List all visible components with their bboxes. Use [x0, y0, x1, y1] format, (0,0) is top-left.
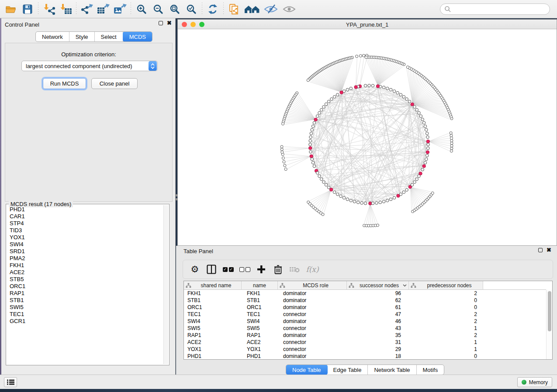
memory-button[interactable]: Memory	[517, 377, 552, 387]
deselect-all-button[interactable]	[236, 261, 253, 278]
table-row[interactable]: RAP1RAP1dominator352	[184, 332, 546, 339]
network-canvas[interactable]	[178, 29, 557, 245]
column-header-shared-name[interactable]: shared name	[184, 281, 242, 290]
mcds-result-item[interactable]: STB1	[7, 297, 163, 304]
mcds-result-item[interactable]: PHD1	[7, 206, 163, 213]
duplicate-network-button[interactable]	[226, 1, 242, 17]
mcds-result-item[interactable]: GCR1	[7, 318, 163, 325]
cell: FKH1	[184, 290, 242, 297]
table-row[interactable]: SWI5SWI5connector431	[184, 325, 546, 332]
ring-node	[353, 200, 356, 203]
panel-splitter-handle[interactable]	[175, 194, 177, 200]
cell: 46	[347, 318, 409, 325]
zoom-out-button[interactable]	[150, 1, 166, 17]
table-row[interactable]: STB1STB1dominator620	[184, 297, 546, 304]
ring-node	[320, 178, 323, 181]
mcds-result-item[interactable]: PMA2	[7, 255, 163, 262]
delete-table-button[interactable]	[286, 261, 303, 278]
column-header-predecessor-nodes[interactable]: predecessor nodes	[409, 281, 483, 290]
table-row[interactable]: YOX1YOX1connector291	[184, 346, 546, 353]
float-table-panel-icon[interactable]	[538, 248, 543, 252]
mcds-result-item[interactable]: ACE2	[7, 269, 163, 276]
tab-node-table[interactable]: Node Table	[286, 364, 328, 375]
mcds-result-list[interactable]: PHD1CAR1STP4TID3YOX1SWI4SRD1PMA2FKH1ACE2…	[7, 206, 163, 364]
mcds-result-item[interactable]: CAR1	[7, 213, 163, 220]
export-table-button[interactable]	[95, 1, 112, 17]
table-row[interactable]: TEC1TEC1connector472	[184, 311, 546, 318]
mcds-result-item[interactable]: SRD1	[7, 248, 163, 255]
ring-node	[325, 103, 328, 106]
column-header-successor-nodes[interactable]: successor nodes	[347, 281, 409, 290]
mcds-result-item[interactable]: ORC1	[7, 283, 163, 290]
save-session-button[interactable]	[19, 1, 36, 17]
ring-node	[320, 108, 323, 111]
zoom-fit-button[interactable]	[166, 1, 183, 17]
first-neighbors-button[interactable]	[242, 1, 262, 17]
hide-graphics-button[interactable]	[262, 1, 280, 17]
ring-node	[330, 98, 333, 101]
tab-edge-table[interactable]: Edge Table	[327, 365, 368, 375]
mcds-result-item[interactable]: STB5	[7, 276, 163, 283]
mcds-result-item[interactable]: TEC1	[7, 311, 163, 318]
search-field[interactable]	[440, 3, 550, 15]
mcds-result-item[interactable]: TID3	[7, 227, 163, 234]
zoom-selected-button[interactable]	[183, 1, 200, 17]
network-graph[interactable]	[178, 29, 557, 245]
leaf-node	[282, 123, 284, 125]
add-column-button[interactable]	[253, 261, 270, 278]
run-mcds-button[interactable]: Run MCDS	[43, 78, 86, 89]
table-row[interactable]: ACE2ACE2connector311	[184, 339, 546, 346]
tab-mcds[interactable]: MCDS	[123, 31, 152, 42]
table-row[interactable]: PHD1PHD1dominator180	[184, 353, 546, 359]
delete-column-button[interactable]	[270, 261, 286, 278]
export-network-button[interactable]	[79, 1, 95, 17]
tab-style[interactable]: Style	[69, 32, 95, 41]
column-header-name[interactable]: name	[242, 281, 278, 290]
cell: 96	[347, 290, 409, 297]
scrollbar-thumb[interactable]	[548, 291, 551, 331]
ring-node	[425, 158, 428, 161]
show-graphics-button[interactable]	[280, 1, 298, 17]
ring-node	[399, 193, 402, 196]
split-view-button[interactable]	[203, 261, 220, 278]
cell: TEC1	[184, 311, 242, 318]
import-table-button[interactable]	[57, 1, 74, 17]
select-all-button[interactable]: ✓✓	[220, 261, 236, 278]
table-row[interactable]: ORC1ORC1dominator610	[184, 304, 546, 311]
close-table-panel-icon[interactable]: ✖	[547, 248, 551, 252]
close-panel-icon[interactable]: ✖	[167, 21, 172, 25]
mcds-result-item[interactable]: FKH1	[7, 262, 163, 269]
tab-select[interactable]: Select	[95, 32, 123, 41]
trash-icon	[274, 265, 282, 274]
refresh-button[interactable]	[204, 1, 221, 17]
cell: 2	[409, 332, 483, 339]
cell: connector	[278, 311, 347, 318]
ring-node	[371, 84, 374, 87]
mcds-list-scrollbar[interactable]	[163, 205, 168, 364]
table-row[interactable]: SWI4SWI4dominator462	[184, 318, 546, 325]
column-header-MCDS-role[interactable]: MCDS role	[278, 281, 347, 290]
task-history-button[interactable]	[4, 377, 17, 387]
function-builder-button[interactable]: f(x)	[303, 261, 322, 278]
search-input[interactable]	[451, 6, 550, 12]
import-network-button[interactable]	[41, 1, 57, 17]
mcds-result-item[interactable]: SWI5	[7, 304, 163, 311]
column-settings-button[interactable]: ⚙	[187, 261, 203, 278]
table-row[interactable]: FKH1FKH1dominator962	[184, 290, 546, 297]
tab-network[interactable]: Network	[36, 32, 69, 41]
tab-network-table[interactable]: Network Table	[368, 365, 416, 375]
optimization-select[interactable]: largest connected component (undirected)	[21, 61, 158, 71]
mcds-result-item[interactable]: STP4	[7, 220, 163, 227]
mcds-result-item[interactable]: RAP1	[7, 290, 163, 297]
mcds-result-item[interactable]: SWI4	[7, 241, 163, 248]
leaf-node	[307, 79, 309, 82]
table-scrollbar[interactable]	[546, 290, 552, 359]
float-panel-icon[interactable]	[159, 21, 163, 25]
zoom-in-button[interactable]	[133, 1, 150, 17]
close-panel-button[interactable]: Close panel	[91, 78, 138, 89]
open-file-button[interactable]	[3, 1, 19, 17]
export-image-button[interactable]	[112, 1, 128, 17]
tab-motifs[interactable]: Motifs	[417, 365, 444, 375]
leaf-node	[322, 213, 324, 216]
mcds-result-item[interactable]: YOX1	[7, 234, 163, 241]
